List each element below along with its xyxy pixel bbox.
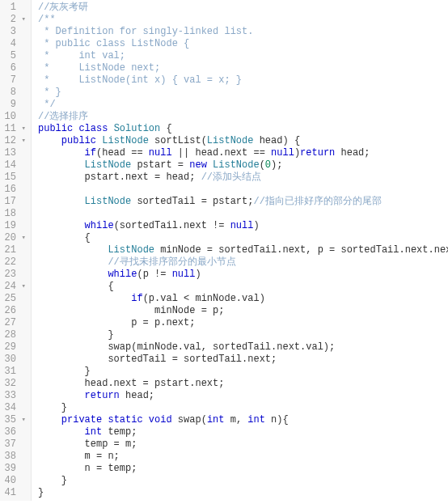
token-cm: //灰灰考研: [38, 2, 88, 13]
token-kw: int: [247, 414, 265, 426]
code-line[interactable]: }: [38, 366, 448, 378]
token-nm: (head ==: [96, 147, 149, 159]
code-line[interactable]: //寻找未排序部分的最小节点: [38, 256, 448, 269]
line-number-value: 26: [2, 305, 16, 317]
line-number: 36: [2, 426, 26, 438]
token-nm: sortList(: [149, 135, 207, 146]
code-line[interactable]: * ListNode(int x) { val = x; }: [38, 74, 448, 87]
token-nm: head;: [335, 147, 370, 159]
line-number-gutter: 12▾34567891011▾12▾1314151617181920▾21222…: [0, 0, 32, 501]
fold-toggle-icon[interactable]: ▾: [19, 14, 26, 26]
line-number: 5: [2, 50, 26, 62]
code-line[interactable]: {: [38, 232, 448, 244]
token-nm: [143, 414, 149, 426]
line-number-value: 16: [2, 184, 16, 196]
code-line[interactable]: private static void swap(int m, int n){: [38, 414, 448, 426]
line-number: 13: [2, 147, 26, 159]
code-line[interactable]: public ListNode sortList(ListNode head) …: [38, 135, 448, 147]
code-line[interactable]: //选择排序: [38, 111, 448, 123]
token-nm: [38, 293, 131, 304]
line-number: 6: [2, 62, 26, 74]
code-line[interactable]: * ListNode next;: [38, 62, 448, 74]
line-number-value: 12: [2, 135, 16, 147]
token-nm: (p.val < minNode.val): [143, 293, 265, 304]
code-line[interactable]: temp = m;: [38, 438, 448, 451]
code-line[interactable]: int temp;: [38, 426, 448, 438]
code-line[interactable]: ListNode sortedTail = pstart;//指向已排好序的部分…: [38, 196, 448, 208]
code-line[interactable]: swap(minNode.val, sortedTail.next.val);: [38, 341, 448, 354]
fold-toggle-icon[interactable]: ▾: [19, 414, 26, 426]
code-line[interactable]: public class Solution {: [38, 123, 448, 135]
token-nm: [207, 159, 213, 171]
code-line[interactable]: while(p != null): [38, 269, 448, 281]
code-line[interactable]: * public class ListNode {: [38, 38, 448, 50]
code-line[interactable]: * Definition for singly-linked list.: [38, 26, 448, 38]
code-line[interactable]: head.next = pstart.next;: [38, 378, 448, 390]
token-nm: }: [38, 402, 67, 413]
fold-toggle-icon[interactable]: ▾: [19, 123, 26, 135]
line-number: 14: [2, 159, 26, 172]
code-area[interactable]: //灰灰考研/** * Definition for singly-linked…: [32, 0, 448, 501]
token-cm: * public class ListNode {: [38, 38, 189, 49]
line-number-value: 33: [2, 390, 16, 402]
code-line[interactable]: * }: [38, 87, 448, 99]
fold-toggle-icon[interactable]: ▾: [19, 232, 26, 244]
line-number-value: 20: [2, 232, 16, 244]
code-line[interactable]: */: [38, 99, 448, 111]
line-number-value: 32: [2, 378, 16, 390]
token-ty: ListNode: [102, 135, 149, 146]
token-nm: (p !=: [137, 269, 171, 280]
token-nm: m,: [225, 414, 248, 426]
code-line[interactable]: pstart.next = head; //添加头结点: [38, 172, 448, 184]
code-line[interactable]: [38, 208, 448, 220]
token-nm: [38, 256, 108, 268]
code-line[interactable]: if(head == null || head.next == null)ret…: [38, 147, 448, 159]
code-line[interactable]: }: [38, 329, 448, 341]
code-line[interactable]: while(sortedTail.next != null): [38, 220, 448, 232]
code-line[interactable]: /**: [38, 14, 448, 26]
token-ty: ListNode: [207, 135, 254, 146]
code-line[interactable]: [38, 184, 448, 196]
line-number: 20▾: [2, 232, 26, 244]
token-cm: //指向已排好序的部分的尾部: [253, 196, 381, 207]
line-number-value: 5: [2, 50, 16, 62]
fold-toggle-icon[interactable]: ▾: [19, 135, 26, 147]
line-number-value: 23: [2, 269, 16, 281]
token-nm: {: [160, 123, 171, 134]
code-line[interactable]: {: [38, 281, 448, 293]
token-kw: class: [78, 123, 108, 134]
line-number: 21: [2, 244, 26, 256]
code-line[interactable]: * int val;: [38, 50, 448, 62]
fold-toggle-icon[interactable]: ▾: [19, 281, 26, 293]
code-line[interactable]: minNode = p;: [38, 305, 448, 317]
code-line[interactable]: return head;: [38, 390, 448, 402]
token-nm: swap(: [172, 414, 207, 426]
line-number-value: 37: [2, 438, 16, 451]
code-line[interactable]: sortedTail = sortedTail.next;: [38, 354, 448, 366]
token-nm: head.next = pstart.next;: [38, 378, 224, 389]
code-line[interactable]: n = temp;: [38, 463, 448, 475]
code-line[interactable]: ListNode minNode = sortedTail.next, p = …: [38, 244, 448, 256]
code-line[interactable]: m = n;: [38, 451, 448, 463]
line-number-value: 38: [2, 451, 16, 463]
line-number-value: 40: [2, 475, 16, 487]
line-number-value: 7: [2, 74, 16, 87]
code-line[interactable]: }: [38, 402, 448, 414]
code-line[interactable]: ListNode pstart = new ListNode(0);: [38, 159, 448, 172]
code-line[interactable]: }: [38, 475, 448, 487]
token-kw: void: [149, 414, 172, 426]
code-line[interactable]: }: [38, 487, 448, 499]
line-number: 7: [2, 74, 26, 87]
token-nm: ): [195, 269, 201, 280]
line-number-value: 13: [2, 147, 16, 159]
code-line[interactable]: //灰灰考研: [38, 2, 448, 14]
token-nm: minNode = p;: [38, 305, 224, 316]
code-line[interactable]: if(p.val < minNode.val): [38, 293, 448, 305]
code-line[interactable]: p = p.next;: [38, 317, 448, 329]
token-kw: new: [189, 159, 207, 171]
line-number: 35▾: [2, 414, 26, 426]
line-number: 37: [2, 438, 26, 451]
token-kw: null: [230, 220, 254, 231]
token-nm: minNode = sortedTail.next, p = sortedTai…: [154, 244, 448, 256]
line-number: 23: [2, 269, 26, 281]
